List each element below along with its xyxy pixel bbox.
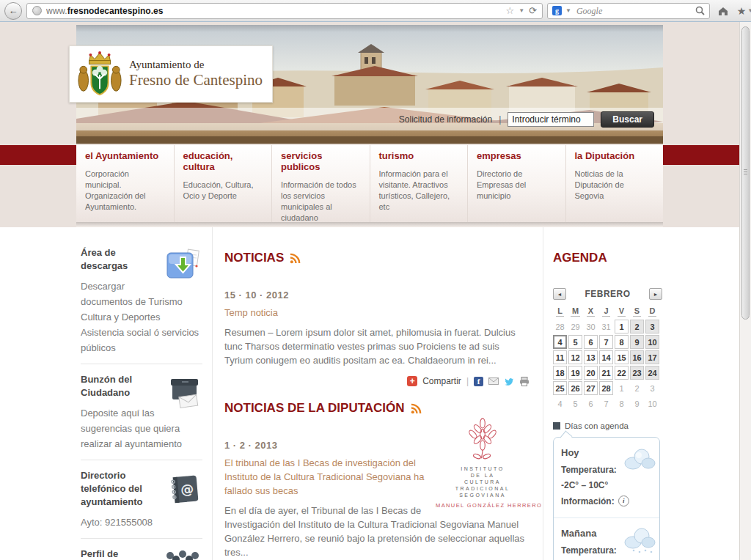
calendar-day[interactable]: 1 xyxy=(615,320,629,334)
info-icon[interactable]: i xyxy=(618,495,629,506)
calendar-day[interactable]: 15 xyxy=(615,350,629,364)
calendar-week-row: 45678910 xyxy=(553,397,662,410)
nav-item-desc: Información de todos los servicios munic… xyxy=(281,180,361,224)
calendar-day[interactable]: 13 xyxy=(584,350,598,364)
share-separator: | xyxy=(466,376,469,386)
calendar-day[interactable]: 28 xyxy=(599,381,613,395)
calendar-day[interactable]: 24 xyxy=(645,366,659,380)
calendar-day[interactable]: 27 xyxy=(584,381,598,395)
back-button[interactable]: ← xyxy=(4,2,22,20)
share-label[interactable]: Compartir xyxy=(422,376,461,386)
page-scrollbar[interactable] xyxy=(739,22,751,560)
google-engine-icon[interactable]: g xyxy=(552,6,562,15)
sidebar-item-contacts[interactable]: @ Directorio telefónico del ayuntamiento… xyxy=(81,469,202,539)
calendar-day[interactable]: 9 xyxy=(630,335,644,349)
calendar-day[interactable]: 5 xyxy=(568,335,582,349)
calendar-day[interactable]: 12 xyxy=(568,350,582,364)
calendar-week-row: 28293031123 xyxy=(553,320,662,334)
site-logo[interactable]: Ayuntamiento de Fresno de Cantespino xyxy=(69,45,273,103)
calendar-day[interactable]: 10 xyxy=(645,335,659,349)
calendar-day[interactable]: 21 xyxy=(599,366,613,380)
search-magnifier-icon[interactable] xyxy=(695,6,705,15)
url-text[interactable]: www.fresnodecantespino.es xyxy=(46,6,502,16)
sidebar-item-desc: Ayto: 921555008 xyxy=(81,515,202,530)
calendar-day[interactable]: 16 xyxy=(630,350,644,364)
diputacion-section-heading: NOTICIAS DE LA DIPUTACIÓN xyxy=(224,401,530,416)
sidebar-item-mailbox[interactable]: Bunzón del CiudadanoDeposite aquí las su… xyxy=(81,373,202,460)
nav-item-label[interactable]: educación, cultura xyxy=(183,150,263,172)
rss-icon[interactable] xyxy=(290,253,301,264)
main-content: Área de descargasDescargar documentos de… xyxy=(76,227,663,560)
calendar-day[interactable]: 20 xyxy=(584,366,598,380)
calendar-day[interactable]: 18 xyxy=(553,366,567,380)
bookmark-star-icon[interactable]: ☆ xyxy=(506,6,515,15)
browser-search-input[interactable] xyxy=(575,5,692,17)
sidebar-item-download[interactable]: Área de descargasDescargar documentos de… xyxy=(81,246,202,364)
calendar-day[interactable]: 6 xyxy=(584,335,598,349)
news-heading-text: NOTICIAS xyxy=(224,251,284,265)
nav-item-label[interactable]: servicios publicos xyxy=(281,150,361,172)
agenda-heading-text: AGENDA xyxy=(553,251,607,265)
nav-item-5[interactable]: empresasDirectorio de Empresas del munic… xyxy=(468,145,566,222)
url-dropdown-icon[interactable]: ▼ xyxy=(519,7,524,14)
nav-item-label[interactable]: turismo xyxy=(379,150,459,161)
calendar-day[interactable]: 3 xyxy=(645,320,659,334)
calendar-day[interactable]: 4 xyxy=(553,335,567,349)
calendar-day: 28 xyxy=(553,320,567,334)
nav-item-2[interactable]: educación, culturaEducación, Cultura, Oc… xyxy=(175,145,273,222)
nav-item-desc: Información para el visitante. Atractivo… xyxy=(379,169,459,213)
print-icon[interactable] xyxy=(519,377,530,386)
agenda-legend: Días con agenda xyxy=(553,421,662,430)
nav-item-3[interactable]: servicios publicosInformación de todos l… xyxy=(272,145,370,222)
home-button[interactable] xyxy=(714,2,732,20)
calendar-day[interactable]: 17 xyxy=(645,350,659,364)
calendar-day[interactable]: 7 xyxy=(599,335,613,349)
calendar-next-button[interactable]: ► xyxy=(649,288,662,300)
twitter-icon[interactable] xyxy=(504,377,514,386)
site-search-input[interactable] xyxy=(508,112,594,127)
calendar-day: 4 xyxy=(553,397,567,410)
instituto-logo-lines: INSTITUTODE LACULTURATRADICIONALSEGOVIAN… xyxy=(436,465,530,498)
url-host: fresnodecantespino.es xyxy=(67,6,164,16)
calendar-day[interactable]: 25 xyxy=(553,381,567,395)
news-item-body: En el día de ayer, el Tribunal de las I … xyxy=(224,504,530,559)
nav-item-6[interactable]: la DiputaciónNoticias de la Diputación d… xyxy=(566,145,664,222)
sidebar: Área de descargasDescargar documentos de… xyxy=(76,227,213,560)
email-icon[interactable] xyxy=(488,377,499,385)
calendar-day[interactable]: 8 xyxy=(615,335,629,349)
nav-item-1[interactable]: el AyuntamientoCorporación municipal. Or… xyxy=(76,145,175,222)
sharethis-icon[interactable]: + xyxy=(407,376,417,386)
calendar-day[interactable]: 14 xyxy=(599,350,613,364)
coat-of-arms-icon xyxy=(77,50,122,98)
calendar-day[interactable]: 19 xyxy=(568,366,582,380)
site-search-button[interactable]: Buscar xyxy=(601,111,654,128)
rss-icon[interactable] xyxy=(411,403,422,414)
nav-item-label[interactable]: la Diputación xyxy=(575,150,655,161)
sidebar-item-people[interactable]: Perfil de contratanteConsursos públicos,… xyxy=(81,548,202,560)
nav-item-4[interactable]: turismoInformación para el visitante. At… xyxy=(370,145,469,222)
snow-weather-icon xyxy=(622,528,656,557)
engine-dropdown-icon[interactable]: ▼ xyxy=(565,7,571,14)
url-bar[interactable]: www.fresnodecantespino.es ☆ ▼ ⟳ xyxy=(26,3,543,19)
news-item-title-link[interactable]: Temp noticia xyxy=(224,306,530,320)
address-book-icon: @ xyxy=(166,471,202,510)
agenda-legend-square-icon xyxy=(553,422,560,430)
facebook-icon[interactable]: f xyxy=(474,377,483,386)
reload-icon[interactable]: ⟳ xyxy=(529,6,537,15)
calendar: ◄ FEBRERO ► LMXJVSD 28293031123456789101… xyxy=(553,288,662,410)
calendar-day[interactable]: 2 xyxy=(630,320,644,334)
request-info-link[interactable]: Solicitud de información xyxy=(399,114,492,125)
nav-item-label[interactable]: el Ayuntamiento xyxy=(85,150,165,161)
browser-search-box[interactable]: g ▼ xyxy=(547,3,710,19)
calendar-day[interactable]: 23 xyxy=(630,366,644,380)
calendar-day[interactable]: 26 xyxy=(568,381,582,395)
bookmarks-button[interactable]: ★ ▼ xyxy=(736,2,751,20)
weather-today-temp: -2C° – 10C° xyxy=(561,480,652,490)
calendar-day[interactable]: 22 xyxy=(615,366,629,380)
calendar-day[interactable]: 11 xyxy=(553,350,567,364)
nav-item-label[interactable]: empresas xyxy=(477,150,557,161)
calendar-day-header-label: L xyxy=(556,306,564,317)
scrollbar-thumb[interactable] xyxy=(741,26,750,320)
calendar-prev-button[interactable]: ◄ xyxy=(553,288,566,300)
news-column: NOTICIAS 15 · 10 · 2012 Temp noticia Res… xyxy=(213,227,543,560)
